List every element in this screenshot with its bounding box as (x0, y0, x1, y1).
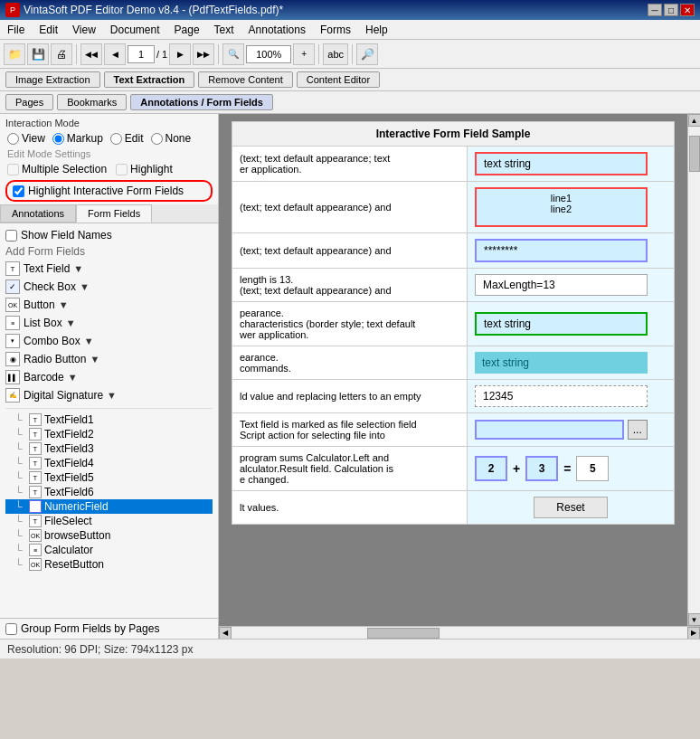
highlight-form-fields-check[interactable] (13, 185, 24, 197)
nav-prev-button[interactable]: ◀ (104, 43, 126, 65)
menu-forms[interactable]: Forms (313, 20, 358, 39)
calc-field-2[interactable]: 3 (525, 456, 558, 481)
content-editor-tab[interactable]: Content Editor (297, 71, 380, 88)
multiple-selection-label[interactable]: Multiple Selection (7, 163, 107, 175)
tree-item-fileselect[interactable]: └ T FileSelect (5, 514, 213, 528)
sample-cell-3[interactable]: ******** (468, 233, 675, 269)
group-form-fields-check[interactable] (5, 623, 17, 635)
teal-field-sample[interactable]: text string (475, 352, 648, 374)
scrollbar-track[interactable] (688, 127, 701, 613)
pdf-scroll-area[interactable]: Interactive Form Field Sample (text; tex… (219, 114, 687, 626)
tree-item-textfield5[interactable]: └ T TextField5 (5, 470, 213, 485)
menu-help[interactable]: Help (358, 20, 395, 39)
bookmarks-tab[interactable]: Bookmarks (57, 94, 127, 110)
nav-next-button[interactable]: ▶ (169, 43, 191, 65)
sample-cell-7[interactable]: 12345 (468, 380, 675, 413)
nav-first-button[interactable]: ◀◀ (80, 43, 102, 65)
digital-signature-dropdown[interactable]: ▼ (107, 390, 117, 401)
none-radio-label[interactable]: None (151, 132, 192, 145)
text-extraction-tab[interactable]: Text Extraction (104, 71, 195, 88)
calc-result-field[interactable]: 5 (576, 456, 609, 481)
multiple-selection-check[interactable] (7, 164, 19, 175)
sample-cell-4[interactable]: MaxLength=13 (468, 269, 675, 302)
green-field-sample[interactable]: text string (475, 312, 648, 336)
scrollbar-thumb[interactable] (689, 136, 700, 172)
save-button[interactable]: 💾 (27, 43, 49, 65)
file-browse-button[interactable]: ... (628, 420, 648, 440)
highlight-form-fields-row[interactable]: Highlight Interactive Form Fields (5, 180, 213, 202)
h-scroll-left-button[interactable]: ◀ (219, 627, 232, 640)
check-box-dropdown[interactable]: ▼ (80, 281, 90, 292)
h-scroll-right-button[interactable]: ▶ (687, 627, 700, 640)
edit-radio[interactable] (110, 133, 122, 145)
menu-annotations[interactable]: Annotations (241, 20, 313, 39)
open-button[interactable]: 📁 (4, 43, 25, 65)
multiline-field-sample[interactable]: line1line2 (475, 187, 648, 227)
sample-cell-1[interactable]: text string (468, 147, 675, 182)
pages-tab[interactable]: Pages (5, 94, 53, 110)
barcode-dropdown[interactable]: ▼ (68, 372, 78, 383)
tree-item-reset-button[interactable]: └ OK ResetButton (5, 557, 213, 572)
menu-file[interactable]: File (0, 20, 32, 39)
highlight-label[interactable]: Highlight (116, 163, 173, 175)
sample-cell-2[interactable]: line1line2 (468, 182, 675, 233)
tree-item-textfield2[interactable]: └ T TextField2 (5, 427, 213, 441)
zoom-out-button[interactable]: 🔍 (222, 43, 244, 65)
sample-cell-8[interactable]: ... (468, 413, 675, 447)
maxlen-field-sample[interactable]: MaxLength=13 (475, 274, 648, 296)
print-button[interactable]: 🖨 (51, 43, 72, 65)
markup-radio-label[interactable]: Markup (52, 132, 103, 145)
tree-item-numericfield[interactable]: └ T NumericField (5, 499, 213, 514)
annotations-inner-tab[interactable]: Annotations (0, 204, 76, 223)
annotations-tab[interactable]: Annotations / Form Fields (130, 94, 273, 110)
reset-button[interactable]: Reset (534, 497, 607, 518)
view-radio[interactable] (7, 133, 19, 145)
sample-cell-6[interactable]: text string (468, 346, 675, 380)
zoom-in-button[interactable]: + (293, 43, 315, 65)
page-number-input[interactable]: 1 (128, 45, 155, 63)
menu-edit[interactable]: Edit (32, 20, 65, 39)
close-button[interactable]: ✕ (680, 4, 695, 16)
text-field-dropdown[interactable]: ▼ (73, 263, 83, 274)
minimize-button[interactable]: ─ (648, 4, 662, 16)
tree-item-textfield1[interactable]: └ T TextField1 (5, 412, 213, 427)
tree-item-textfield3[interactable]: └ T TextField3 (5, 441, 213, 456)
file-input[interactable] (475, 420, 624, 440)
tree-item-browse-button[interactable]: └ OK browseButton (5, 528, 213, 543)
search-button[interactable]: 🔎 (356, 43, 378, 65)
tree-item-textfield4[interactable]: └ T TextField4 (5, 456, 213, 470)
remove-content-tab[interactable]: Remove Content (198, 71, 293, 88)
button-dropdown[interactable]: ▼ (59, 299, 69, 310)
sample-cell-5[interactable]: text string (468, 302, 675, 346)
h-scrollbar-thumb[interactable] (367, 628, 440, 639)
markup-radio[interactable] (52, 133, 64, 145)
tree-item-textfield6[interactable]: └ T TextField6 (5, 485, 213, 499)
menu-text[interactable]: Text (207, 20, 241, 39)
text-field-sample-1[interactable]: text string (475, 152, 648, 175)
scroll-down-button[interactable]: ▼ (688, 613, 701, 626)
nav-last-button[interactable]: ▶▶ (193, 43, 214, 65)
form-fields-inner-tab[interactable]: Form Fields (76, 204, 152, 223)
none-radio[interactable] (151, 133, 163, 145)
combo-box-dropdown[interactable]: ▼ (84, 336, 94, 346)
calc-field-1[interactable]: 2 (475, 456, 507, 481)
zoom-input[interactable] (246, 45, 291, 63)
numeric-field-sample[interactable]: 12345 (475, 385, 648, 407)
radio-button-dropdown[interactable]: ▼ (90, 354, 99, 365)
menu-page[interactable]: Page (167, 20, 207, 39)
sample-cell-10[interactable]: Reset (468, 491, 675, 525)
scroll-up-button[interactable]: ▲ (688, 114, 701, 127)
edit-radio-label[interactable]: Edit (110, 132, 144, 145)
view-radio-label[interactable]: View (7, 132, 45, 145)
image-extraction-tab[interactable]: Image Extraction (5, 71, 100, 88)
sample-cell-9[interactable]: 2 + 3 = 5 (468, 447, 675, 491)
abc-button[interactable]: abc (323, 43, 348, 65)
restore-button[interactable]: □ (664, 4, 678, 16)
highlight-check[interactable] (116, 164, 128, 175)
list-box-dropdown[interactable]: ▼ (66, 317, 76, 328)
show-field-names-check[interactable] (5, 230, 17, 242)
tree-item-calculator[interactable]: └ ≡ Calculator (5, 543, 213, 557)
h-scrollbar-track[interactable] (232, 627, 687, 640)
menu-view[interactable]: View (65, 20, 103, 39)
password-field-sample[interactable]: ******** (475, 239, 648, 262)
